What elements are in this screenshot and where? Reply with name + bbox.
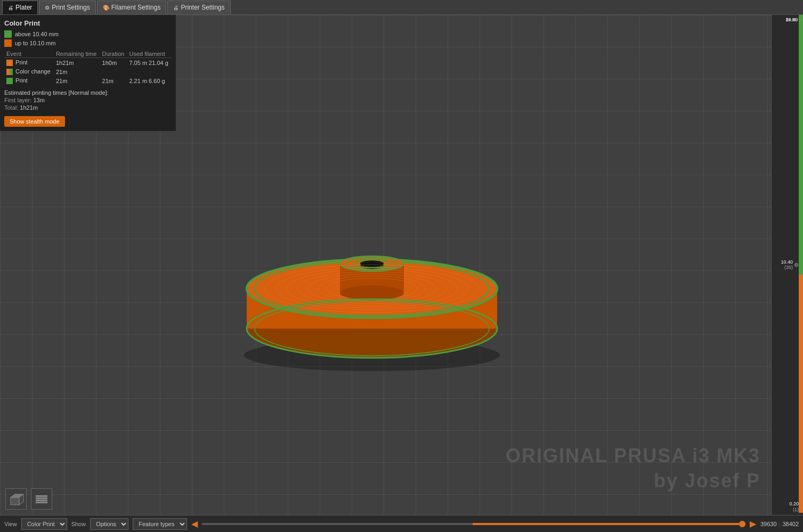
event-table: Event Remaining time Duration Used filam… — [4, 50, 172, 85]
col-remaining: Remaining time — [54, 50, 100, 58]
row1-color-dot — [6, 60, 13, 66]
filament-settings-icon: 🎨 — [103, 5, 109, 11]
print-settings-icon: ⚙ — [45, 5, 50, 11]
table-row: Print 21m 21m 2.21 m 6.60 g — [4, 76, 172, 85]
col-duration: Duration — [100, 50, 127, 58]
slider-right-arrow[interactable]: ▶ — [750, 519, 756, 529]
swatch-orange — [4, 39, 12, 47]
table-row: Print 1h21m 1h0m 7.05 m 21.04 g — [4, 58, 172, 68]
view-cube[interactable] — [5, 488, 27, 510]
slider-thumb — [739, 521, 745, 527]
titlebar: 🖨 Plater ⚙ Print Settings 🎨 Filament Set… — [0, 0, 803, 15]
info-panel: Color Print above 10.40 mm up to 10.10 m… — [0, 15, 176, 131]
panel-title: Color Print — [4, 19, 172, 27]
bottom-coordinates: 39630 | 38402 — [760, 521, 799, 527]
main-area: Color Print above 10.40 mm up to 10.10 m… — [0, 15, 803, 515]
bottom-toolbar: View Color Print Show Options Feature ty… — [0, 515, 803, 532]
y-coord: 39630 — [760, 521, 777, 527]
ruler-scale: 10.40 (35) ⚙ 0.20 (1) 24.50 23.90 23.00 … — [772, 15, 803, 515]
tab-filament-settings[interactable]: 🎨 Filament Settings — [97, 1, 167, 14]
layer-line — [36, 500, 47, 501]
layer-line — [36, 502, 47, 503]
swatch-green — [4, 30, 12, 38]
time-info: Estimated printing times [Normal mode]: … — [4, 89, 172, 111]
layer-view-icon[interactable] — [31, 488, 52, 510]
ruler: 10.40 (35) ⚙ 0.20 (1) 24.50 23.90 23.00 … — [771, 15, 803, 515]
show-label: Show — [71, 521, 86, 527]
col-filament: Used filament — [127, 50, 172, 58]
feature-select[interactable]: Feature types — [133, 518, 187, 530]
layer-line — [36, 495, 47, 497]
view-select[interactable]: Color Print — [21, 518, 67, 530]
row2-color-dot — [6, 69, 13, 75]
tab-print-settings[interactable]: ⚙ Print Settings — [39, 1, 95, 14]
plater-icon: 🖨 — [8, 5, 13, 11]
layer-line — [36, 497, 47, 499]
svg-rect-24 — [11, 497, 19, 505]
estimated-note: Estimated printing times [Normal mode]: — [4, 89, 172, 96]
col-event: Event — [4, 50, 54, 58]
legend-row-green: above 10.40 mm — [4, 30, 172, 38]
disk-svg — [233, 174, 510, 377]
layer-slider[interactable] — [202, 523, 745, 525]
x-coord: 38402 — [782, 521, 799, 527]
legend-row-orange: up to 10.10 mm — [4, 39, 172, 47]
tab-plater[interactable]: 🖨 Plater — [2, 1, 38, 14]
stealth-mode-button[interactable]: Show stealth mode — [4, 116, 65, 127]
viewport[interactable]: Color Print above 10.40 mm up to 10.10 m… — [0, 15, 771, 515]
slider-left-arrow[interactable]: ◀ — [191, 519, 198, 529]
tab-printer-settings[interactable]: 🖨 Printer Settings — [167, 1, 230, 14]
row3-color-dot — [6, 78, 13, 84]
table-row: Color change 21m — [4, 67, 172, 76]
view-label: View — [4, 521, 17, 527]
3d-object — [233, 174, 510, 377]
printer-settings-icon: 🖨 — [173, 5, 179, 11]
ruler-tick: 0.20 — [772, 17, 803, 22]
show-select[interactable]: Options — [90, 518, 128, 530]
